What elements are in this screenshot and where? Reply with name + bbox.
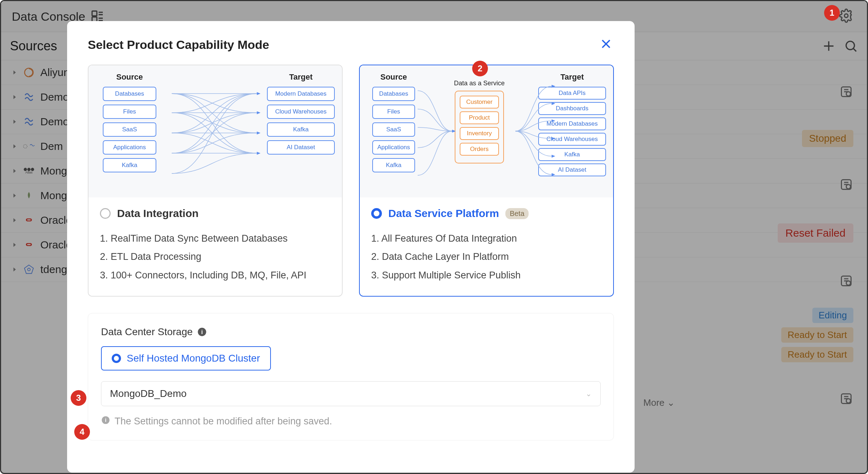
modal-title: Select Product Capability Mode xyxy=(88,38,269,52)
diagram-node: Databases xyxy=(103,87,156,101)
annotation-badge-4: 4 xyxy=(74,424,90,440)
diagram-node: Files xyxy=(103,105,156,119)
annotation-badge-3: 3 xyxy=(71,390,86,406)
diagram-node: SaaS xyxy=(372,122,415,137)
radio-icon xyxy=(112,354,121,363)
modal-select-capability: Select Product Capability Mode xyxy=(67,21,635,473)
diagram-node: Applications xyxy=(103,140,156,155)
diagram-node: SaaS xyxy=(103,122,156,137)
feature-list: 1. All Features Of Data Integration 2. D… xyxy=(371,230,602,284)
radio-icon[interactable] xyxy=(100,208,111,219)
feature-item: 2. Data Cache Layer In Platform xyxy=(371,248,602,266)
diagram-node: Databases xyxy=(372,87,415,101)
diagram-label: Source xyxy=(116,72,143,82)
radio-icon[interactable] xyxy=(371,208,382,219)
diagram-node: Applications xyxy=(372,140,415,155)
diagram-node: Kafka xyxy=(267,122,335,137)
diagram-node: Dashboards xyxy=(538,102,606,115)
option-label: Data Integration xyxy=(117,207,198,220)
svg-text:i: i xyxy=(201,329,203,335)
storage-option-label: Self Hosted MongoDB Cluster xyxy=(127,353,260,364)
feature-item: 3. 100+ Connectors, Including DB, MQ, Fi… xyxy=(100,266,330,284)
feature-item: 2. ETL Data Processing xyxy=(100,248,330,266)
storage-select[interactable]: MongoDB_Demo ⌄ xyxy=(101,381,601,406)
diagram-label: Target xyxy=(289,72,313,82)
capability-card-integration[interactable]: Source Databases Files SaaS Applications… xyxy=(88,65,343,297)
diagram-node: Product xyxy=(460,111,499,124)
close-icon[interactable] xyxy=(600,37,614,52)
info-icon[interactable]: i xyxy=(197,327,207,337)
diagram-service-platform: Source Databases Files SaaS Applications… xyxy=(360,65,613,197)
feature-item: 1. All Features Of Data Integration xyxy=(371,230,602,248)
diagram-node: Kafka xyxy=(538,148,606,161)
beta-badge: Beta xyxy=(505,208,529,219)
capability-card-service-platform[interactable]: Source Databases Files SaaS Applications… xyxy=(359,65,614,297)
diagram-node: Kafka xyxy=(103,158,156,172)
diagram-node: Modern Databases xyxy=(267,87,335,101)
diagram-node: AI Dataset xyxy=(267,140,335,155)
storage-section: Data Center Storage i Self Hosted MongoD… xyxy=(88,313,614,440)
diagram-node: Modern Databases xyxy=(538,117,606,130)
diagram-node: Orders xyxy=(460,143,499,156)
feature-list: 1. RealTime Data Sync Between Databases … xyxy=(100,230,330,284)
annotation-badge-2: 2 xyxy=(472,61,488,76)
diagram-label: Source xyxy=(380,72,407,82)
diagram-node: Customer xyxy=(460,96,499,109)
feature-item: 3. Support Multiple Service Publish xyxy=(371,266,602,284)
annotation-badge-1: 1 xyxy=(824,5,840,21)
chevron-down-icon: ⌄ xyxy=(586,389,592,398)
service-group: Customer Product Inventory Orders xyxy=(455,91,504,163)
info-icon: i xyxy=(101,415,110,427)
diagram-label: Target xyxy=(560,72,584,82)
diagram-integration: Source Databases Files SaaS Applications… xyxy=(89,65,342,197)
diagram-node: AI Dataset xyxy=(538,163,606,176)
storage-note-text: The Settings cannot be modified after be… xyxy=(115,416,332,427)
diagram-node: Inventory xyxy=(460,127,499,140)
storage-option-button[interactable]: Self Hosted MongoDB Cluster xyxy=(101,346,271,370)
diagram-node: Data APIs xyxy=(538,87,606,100)
storage-title: Data Center Storage xyxy=(101,326,193,338)
diagram-node: Kafka xyxy=(372,158,415,172)
option-label: Data Service Platform xyxy=(388,207,499,220)
svg-text:i: i xyxy=(105,417,106,423)
storage-note: i The Settings cannot be modified after … xyxy=(101,415,601,427)
diagram-node: Cloud Warehouses xyxy=(267,105,335,119)
diagram-node: Cloud Warehouses xyxy=(538,133,606,146)
storage-select-value: MongoDB_Demo xyxy=(110,388,187,399)
feature-item: 1. RealTime Data Sync Between Databases xyxy=(100,230,330,248)
diagram-label: Data as a Service xyxy=(454,80,505,87)
diagram-node: Files xyxy=(372,105,415,119)
